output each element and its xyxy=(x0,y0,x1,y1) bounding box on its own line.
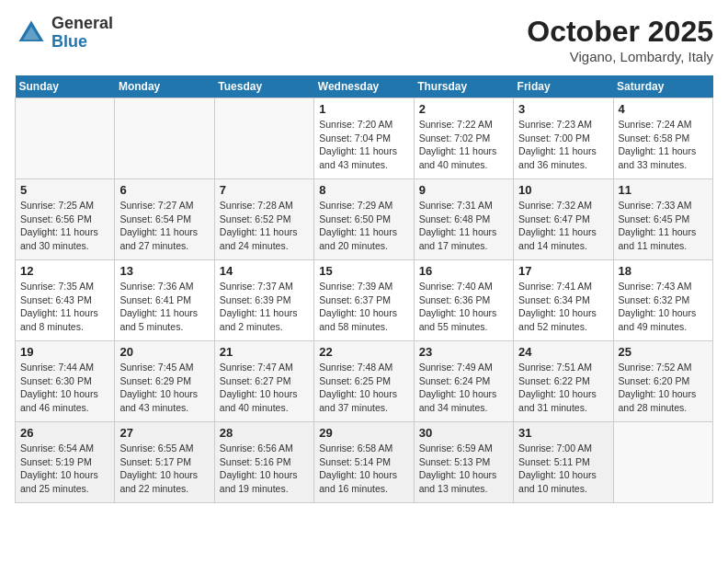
day-info: Sunrise: 7:39 AM Sunset: 6:37 PM Dayligh… xyxy=(319,280,408,334)
calendar-cell: 19Sunrise: 7:44 AM Sunset: 6:30 PM Dayli… xyxy=(16,341,115,422)
day-number: 20 xyxy=(119,345,209,359)
day-info: Sunrise: 7:49 AM Sunset: 6:24 PM Dayligh… xyxy=(419,361,508,415)
calendar-cell: 9Sunrise: 7:31 AM Sunset: 6:48 PM Daylig… xyxy=(414,179,513,260)
day-number: 17 xyxy=(518,264,608,278)
calendar-cell: 31Sunrise: 7:00 AM Sunset: 5:11 PM Dayli… xyxy=(514,422,613,503)
calendar-cell: 16Sunrise: 7:40 AM Sunset: 6:36 PM Dayli… xyxy=(414,260,513,341)
day-info: Sunrise: 7:25 AM Sunset: 6:56 PM Dayligh… xyxy=(20,199,109,253)
day-info: Sunrise: 7:29 AM Sunset: 6:50 PM Dayligh… xyxy=(319,199,408,253)
weekday-header-friday: Friday xyxy=(514,75,613,98)
day-number: 18 xyxy=(619,264,708,278)
day-number: 1 xyxy=(319,102,408,116)
calendar-cell xyxy=(613,422,712,503)
calendar-table: SundayMondayTuesdayWednesdayThursdayFrid… xyxy=(15,75,713,503)
calendar-cell xyxy=(214,98,313,179)
day-info: Sunrise: 6:56 AM Sunset: 5:16 PM Dayligh… xyxy=(220,442,309,496)
weekday-header-saturday: Saturday xyxy=(613,75,712,98)
day-number: 9 xyxy=(419,183,508,197)
calendar-cell: 26Sunrise: 6:54 AM Sunset: 5:19 PM Dayli… xyxy=(16,422,115,503)
logo-icon xyxy=(15,17,48,50)
weekday-header-sunday: Sunday xyxy=(16,75,115,98)
day-number: 19 xyxy=(20,345,109,359)
day-info: Sunrise: 7:27 AM Sunset: 6:54 PM Dayligh… xyxy=(119,199,209,253)
calendar-cell: 7Sunrise: 7:28 AM Sunset: 6:52 PM Daylig… xyxy=(214,179,313,260)
calendar-cell: 6Sunrise: 7:27 AM Sunset: 6:54 PM Daylig… xyxy=(115,179,214,260)
day-number: 13 xyxy=(119,264,209,278)
calendar-cell: 14Sunrise: 7:37 AM Sunset: 6:39 PM Dayli… xyxy=(214,260,313,341)
calendar-cell: 1Sunrise: 7:20 AM Sunset: 7:04 PM Daylig… xyxy=(314,98,414,179)
day-number: 16 xyxy=(419,264,508,278)
calendar-cell: 10Sunrise: 7:32 AM Sunset: 6:47 PM Dayli… xyxy=(514,179,613,260)
weekday-header-tuesday: Tuesday xyxy=(214,75,313,98)
weekday-header-wednesday: Wednesday xyxy=(314,75,414,98)
month-title: October 2025 xyxy=(527,15,713,49)
day-info: Sunrise: 7:20 AM Sunset: 7:04 PM Dayligh… xyxy=(319,118,408,172)
calendar-cell: 11Sunrise: 7:33 AM Sunset: 6:45 PM Dayli… xyxy=(613,179,712,260)
day-number: 7 xyxy=(220,183,309,197)
calendar-cell: 17Sunrise: 7:41 AM Sunset: 6:34 PM Dayli… xyxy=(514,260,613,341)
day-info: Sunrise: 7:48 AM Sunset: 6:25 PM Dayligh… xyxy=(319,361,408,415)
calendar-cell: 27Sunrise: 6:55 AM Sunset: 5:17 PM Dayli… xyxy=(115,422,214,503)
logo: General Blue xyxy=(15,15,113,52)
day-info: Sunrise: 7:52 AM Sunset: 6:20 PM Dayligh… xyxy=(619,361,708,415)
day-info: Sunrise: 7:36 AM Sunset: 6:41 PM Dayligh… xyxy=(119,280,209,334)
calendar-cell: 15Sunrise: 7:39 AM Sunset: 6:37 PM Dayli… xyxy=(314,260,414,341)
calendar-cell: 24Sunrise: 7:51 AM Sunset: 6:22 PM Dayli… xyxy=(514,341,613,422)
page-header: General Blue October 2025 Vigano, Lombar… xyxy=(15,15,713,64)
day-info: Sunrise: 7:33 AM Sunset: 6:45 PM Dayligh… xyxy=(619,199,708,253)
day-info: Sunrise: 6:54 AM Sunset: 5:19 PM Dayligh… xyxy=(20,442,109,496)
calendar-week-5: 26Sunrise: 6:54 AM Sunset: 5:19 PM Dayli… xyxy=(16,422,713,503)
day-info: Sunrise: 7:47 AM Sunset: 6:27 PM Dayligh… xyxy=(220,361,309,415)
calendar-cell: 23Sunrise: 7:49 AM Sunset: 6:24 PM Dayli… xyxy=(414,341,513,422)
logo-general-text: General xyxy=(51,15,113,33)
day-info: Sunrise: 7:43 AM Sunset: 6:32 PM Dayligh… xyxy=(619,280,708,334)
day-number: 25 xyxy=(619,345,708,359)
calendar-cell: 29Sunrise: 6:58 AM Sunset: 5:14 PM Dayli… xyxy=(314,422,414,503)
day-info: Sunrise: 7:41 AM Sunset: 6:34 PM Dayligh… xyxy=(518,280,608,334)
day-number: 6 xyxy=(119,183,209,197)
day-number: 27 xyxy=(119,426,209,440)
day-info: Sunrise: 7:22 AM Sunset: 7:02 PM Dayligh… xyxy=(419,118,508,172)
day-number: 28 xyxy=(220,426,309,440)
calendar-week-3: 12Sunrise: 7:35 AM Sunset: 6:43 PM Dayli… xyxy=(16,260,713,341)
calendar-cell: 8Sunrise: 7:29 AM Sunset: 6:50 PM Daylig… xyxy=(314,179,414,260)
calendar-cell: 30Sunrise: 6:59 AM Sunset: 5:13 PM Dayli… xyxy=(414,422,513,503)
location-subtitle: Vigano, Lombardy, Italy xyxy=(527,49,713,64)
logo-blue-text: Blue xyxy=(51,33,113,52)
calendar-cell: 22Sunrise: 7:48 AM Sunset: 6:25 PM Dayli… xyxy=(314,341,414,422)
day-number: 24 xyxy=(518,345,608,359)
day-number: 15 xyxy=(319,264,408,278)
day-number: 21 xyxy=(220,345,309,359)
weekday-header-monday: Monday xyxy=(115,75,214,98)
day-number: 31 xyxy=(518,426,608,440)
day-info: Sunrise: 7:51 AM Sunset: 6:22 PM Dayligh… xyxy=(518,361,608,415)
logo-text: General Blue xyxy=(51,15,113,52)
day-info: Sunrise: 7:37 AM Sunset: 6:39 PM Dayligh… xyxy=(220,280,309,334)
day-info: Sunrise: 7:31 AM Sunset: 6:48 PM Dayligh… xyxy=(419,199,508,253)
day-info: Sunrise: 7:23 AM Sunset: 7:00 PM Dayligh… xyxy=(518,118,608,172)
calendar-cell: 5Sunrise: 7:25 AM Sunset: 6:56 PM Daylig… xyxy=(16,179,115,260)
day-number: 2 xyxy=(419,102,508,116)
calendar-week-1: 1Sunrise: 7:20 AM Sunset: 7:04 PM Daylig… xyxy=(16,98,713,179)
day-number: 30 xyxy=(419,426,508,440)
calendar-week-2: 5Sunrise: 7:25 AM Sunset: 6:56 PM Daylig… xyxy=(16,179,713,260)
calendar-cell: 18Sunrise: 7:43 AM Sunset: 6:32 PM Dayli… xyxy=(613,260,712,341)
day-info: Sunrise: 7:28 AM Sunset: 6:52 PM Dayligh… xyxy=(220,199,309,253)
day-number: 8 xyxy=(319,183,408,197)
calendar-cell: 4Sunrise: 7:24 AM Sunset: 6:58 PM Daylig… xyxy=(613,98,712,179)
day-info: Sunrise: 7:32 AM Sunset: 6:47 PM Dayligh… xyxy=(518,199,608,253)
weekday-header-row: SundayMondayTuesdayWednesdayThursdayFrid… xyxy=(16,75,713,98)
calendar-cell: 20Sunrise: 7:45 AM Sunset: 6:29 PM Dayli… xyxy=(115,341,214,422)
calendar-cell xyxy=(115,98,214,179)
day-number: 10 xyxy=(518,183,608,197)
calendar-week-4: 19Sunrise: 7:44 AM Sunset: 6:30 PM Dayli… xyxy=(16,341,713,422)
day-number: 3 xyxy=(518,102,608,116)
weekday-header-thursday: Thursday xyxy=(414,75,513,98)
day-number: 14 xyxy=(220,264,309,278)
day-number: 22 xyxy=(319,345,408,359)
day-number: 5 xyxy=(20,183,109,197)
day-info: Sunrise: 6:59 AM Sunset: 5:13 PM Dayligh… xyxy=(419,442,508,496)
day-number: 29 xyxy=(319,426,408,440)
day-info: Sunrise: 7:00 AM Sunset: 5:11 PM Dayligh… xyxy=(518,442,608,496)
calendar-cell: 3Sunrise: 7:23 AM Sunset: 7:00 PM Daylig… xyxy=(514,98,613,179)
